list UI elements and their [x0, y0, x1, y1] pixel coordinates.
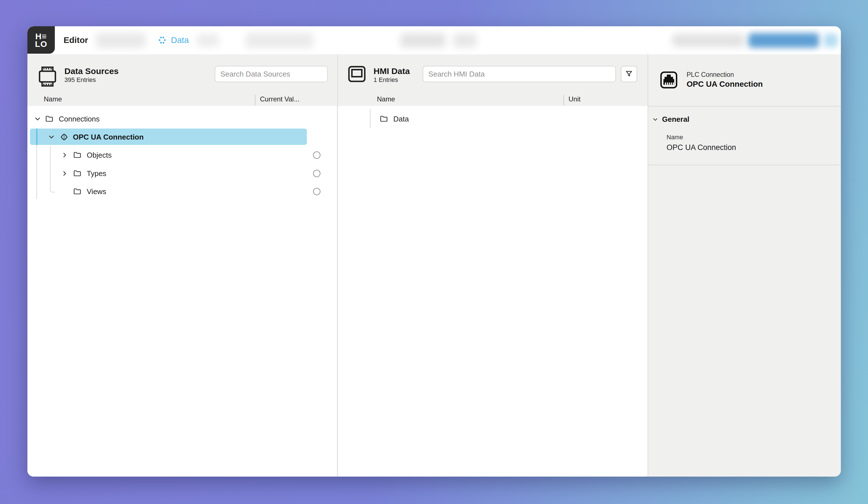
editor-window: H≡ LO Editor Data — [28, 26, 841, 476]
chevron-right-icon[interactable] — [61, 170, 69, 177]
folder-icon — [73, 188, 81, 195]
inspector-divider — [648, 106, 841, 106]
hmi-data-entries: 1 Entries — [373, 76, 410, 84]
hmi-data-title: HMI Data — [373, 66, 410, 76]
redacted-primary-button — [748, 33, 819, 48]
redacted-user-info — [672, 34, 745, 47]
logo-line-1: H≡ — [35, 32, 47, 40]
column-name: Name — [377, 95, 395, 103]
chevron-down-icon[interactable] — [48, 133, 55, 141]
hmi-data-header-row: Name Unit — [338, 94, 648, 106]
column-unit: Unit — [568, 95, 581, 103]
column-separator — [255, 95, 256, 105]
search-data-sources-input[interactable] — [215, 66, 328, 82]
tree-row-opc-ua-connection[interactable]: OPC UA Connection — [28, 128, 337, 145]
folder-icon — [45, 115, 53, 123]
section-general-label: General — [662, 115, 690, 124]
section-general-header[interactable]: General — [652, 115, 690, 124]
chevron-down-icon — [652, 116, 659, 123]
field-name-value: OPC UA Connection — [666, 143, 736, 152]
inspector-divider — [648, 165, 841, 165]
logo-line-2: LO — [35, 40, 48, 48]
folder-icon — [73, 170, 81, 177]
data-sources-header-row: Name Current Val... — [28, 94, 337, 106]
column-current-value: Current Val... — [260, 95, 300, 103]
filter-funnel-icon — [625, 70, 633, 78]
plc-module-icon — [38, 65, 57, 88]
filter-button[interactable] — [621, 66, 637, 82]
redacted-tab — [96, 33, 145, 48]
radio-objects[interactable] — [313, 152, 320, 159]
redacted-tab — [246, 33, 313, 48]
tree-row-data[interactable]: Data — [338, 111, 646, 127]
tree-label: Connections — [59, 115, 100, 123]
field-name-label: Name — [666, 134, 683, 141]
folder-icon — [380, 115, 388, 123]
column-name: Name — [44, 95, 62, 103]
inspector-type-label: PLC Connection — [686, 71, 763, 79]
tree-row-views[interactable]: Views — [28, 183, 337, 200]
tree-label: OPC UA Connection — [73, 133, 144, 142]
tree-label: Data — [393, 115, 409, 123]
folder-icon — [73, 152, 81, 159]
column-separator — [564, 95, 564, 105]
top-bar: H≡ LO Editor Data — [28, 26, 841, 55]
redacted-tab — [197, 34, 219, 47]
radio-types[interactable] — [313, 170, 320, 177]
search-hmi-data-input[interactable] — [423, 66, 616, 82]
chevron-right-icon[interactable] — [61, 152, 69, 159]
redacted-toolbar-item — [454, 33, 477, 48]
redacted-avatar — [824, 34, 838, 47]
hmi-tree-area — [338, 106, 648, 476]
tree-row-types[interactable]: Types — [28, 165, 337, 182]
data-sources-entries: 395 Entries — [64, 76, 119, 84]
chevron-down-icon[interactable] — [34, 115, 42, 123]
tree-label: Types — [87, 169, 106, 178]
redacted-toolbar-item — [400, 33, 446, 48]
radio-views[interactable] — [313, 188, 320, 195]
tab-data[interactable]: Data — [157, 26, 189, 54]
plc-connection-icon — [660, 71, 678, 89]
hmi-panel-icon — [348, 66, 365, 82]
tree-label: Views — [87, 187, 106, 196]
helio-logo: H≡ LO — [28, 26, 55, 54]
app-title: Editor — [64, 26, 88, 54]
tree-label: Objects — [87, 151, 112, 160]
opc-ua-connection-icon — [59, 132, 69, 142]
data-dots-icon — [157, 35, 167, 45]
tab-data-label: Data — [171, 35, 189, 45]
inspector-title: OPC UA Connection — [686, 80, 763, 89]
data-sources-title: Data Sources — [64, 66, 119, 76]
tree-row-connections[interactable]: Connections — [28, 111, 337, 127]
panel-divider — [337, 54, 338, 476]
panel-divider — [648, 54, 648, 476]
tree-row-objects[interactable]: Objects — [28, 147, 337, 164]
